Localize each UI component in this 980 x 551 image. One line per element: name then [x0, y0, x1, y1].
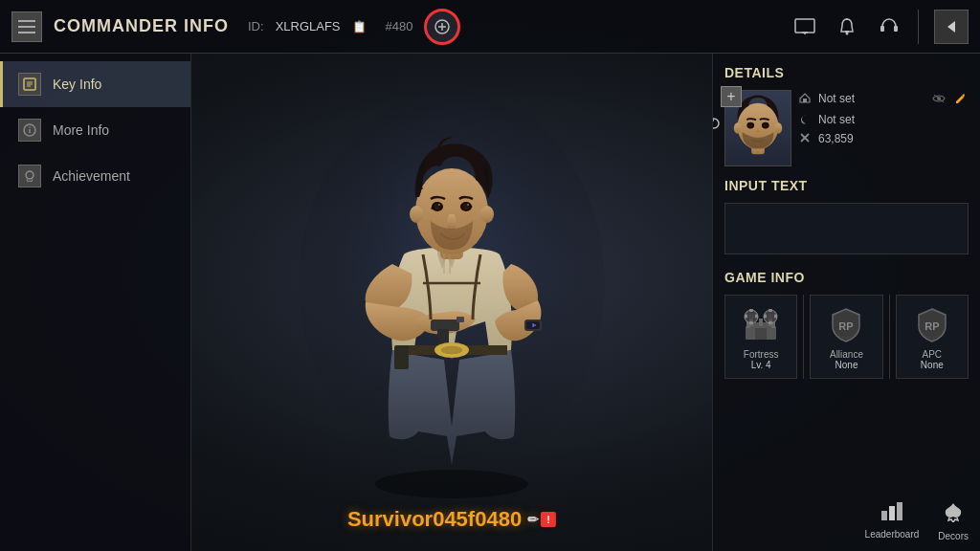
svg-rect-87	[889, 506, 895, 520]
svg-rect-65	[759, 319, 763, 326]
details-row: +	[724, 90, 969, 166]
svg-rect-79	[768, 321, 772, 324]
svg-point-38	[467, 204, 469, 206]
fortress-card-value: Lv. 4	[751, 360, 771, 370]
leaderboard-button[interactable]: Leaderboard	[865, 501, 920, 541]
sidebar: Key Info More Info Achievement	[0, 54, 191, 551]
svg-point-52	[748, 123, 752, 128]
game-info-title: Game Info	[724, 270, 969, 285]
profile-circle-button[interactable]	[424, 9, 460, 45]
headset-icon[interactable]	[876, 13, 902, 40]
svg-rect-63	[770, 326, 776, 340]
game-info-grid: Fortress Lv. 4 RP Alliance	[724, 295, 969, 379]
detail-moon-value: Not set	[818, 113, 855, 126]
alliance-card[interactable]: RP Alliance None	[810, 295, 882, 379]
svg-rect-56	[803, 99, 807, 102]
detail-cross-value: 63,859	[818, 132, 854, 145]
apc-card-value: None	[921, 360, 944, 370]
svg-rect-12	[880, 26, 884, 32]
svg-point-53	[764, 123, 768, 128]
svg-rect-6	[795, 19, 814, 33]
apc-card[interactable]: RP APC None	[896, 295, 969, 379]
svg-point-73	[768, 314, 773, 320]
character-figure	[289, 63, 614, 503]
details-section: Details +	[724, 65, 969, 166]
svg-point-40	[480, 206, 494, 223]
input-text-title: Input Text	[724, 178, 969, 193]
svg-rect-27	[457, 317, 464, 322]
sidebar-item-key-info-label: Key Info	[53, 77, 101, 92]
svg-point-71	[748, 314, 754, 320]
more-info-icon	[18, 119, 41, 142]
svg-point-29	[440, 345, 463, 355]
add-avatar-button[interactable]: +	[721, 86, 742, 107]
sidebar-item-more-info-label: More Info	[53, 122, 109, 138]
svg-rect-77	[755, 315, 758, 319]
sidebar-item-key-info[interactable]: Key Info	[0, 61, 190, 107]
id-value: XLRGLAFS	[276, 19, 341, 33]
svg-rect-1	[18, 26, 35, 28]
svg-point-10	[846, 32, 849, 34]
menu-icon[interactable]	[11, 11, 42, 42]
copy-icon[interactable]: 📋	[352, 20, 367, 33]
name-alert-icon: !	[541, 512, 556, 527]
svg-rect-88	[897, 502, 902, 520]
svg-point-22	[26, 171, 33, 179]
detail-item-house: Not set	[799, 90, 969, 107]
svg-marker-14	[947, 21, 955, 33]
detail-house-value: Not set	[818, 92, 855, 105]
svg-rect-13	[894, 26, 898, 32]
svg-rect-86	[881, 511, 887, 520]
apc-card-name: APC	[923, 349, 943, 360]
leaderboard-label: Leaderboard	[865, 529, 920, 540]
eye-action-icon[interactable]	[930, 90, 947, 107]
svg-rect-67	[755, 328, 767, 340]
decors-button[interactable]: Decors	[938, 501, 969, 541]
name-edit-icon[interactable]: ✏	[527, 512, 539, 527]
rotate-icon[interactable]	[712, 117, 721, 130]
svg-rect-80	[764, 315, 767, 319]
top-bar-right-icons	[791, 10, 969, 44]
fortress-icon	[740, 303, 782, 345]
moon-icon	[799, 113, 813, 126]
character-container	[191, 54, 712, 551]
main-character-area: Survivor045f0480 ✏ !	[191, 54, 712, 551]
svg-rect-81	[774, 315, 777, 319]
svg-rect-74	[749, 309, 753, 312]
fortress-card-name: Fortress	[744, 349, 779, 360]
detail-item-cross: 63,859	[799, 132, 969, 145]
divider	[918, 10, 919, 44]
right-panel: Details +	[712, 54, 980, 551]
sidebar-item-achievement-label: Achievement	[53, 168, 130, 184]
details-info: Not set	[799, 90, 969, 145]
leaderboard-icon	[880, 501, 903, 525]
alliance-card-name: Alliance	[830, 349, 863, 360]
sidebar-item-more-info[interactable]: More Info	[0, 107, 190, 153]
character-name-area: Survivor045f0480 ✏ !	[347, 507, 556, 532]
input-text-section: Input Text	[724, 178, 969, 258]
key-info-icon	[18, 73, 41, 96]
top-bar: COMMANDER INFO ID: XLRGLAFS 📋 #480	[0, 0, 980, 54]
player-hash: #480	[386, 19, 413, 33]
input-text-field[interactable]	[724, 203, 969, 254]
bottom-bar: Leaderboard Decors	[865, 501, 969, 541]
fortress-card[interactable]: Fortress Lv. 4	[724, 295, 797, 379]
cross-icon	[799, 132, 813, 145]
svg-text:RP: RP	[839, 320, 854, 332]
card-divider-2	[889, 295, 890, 379]
house-icon	[799, 92, 813, 105]
apc-icon: RP	[911, 303, 953, 345]
back-button[interactable]	[934, 10, 969, 44]
pencil-action-icon[interactable]	[951, 90, 969, 107]
alliance-card-value: None	[835, 360, 858, 370]
decors-label: Decors	[938, 531, 969, 541]
svg-rect-62	[746, 326, 751, 340]
svg-rect-76	[745, 315, 747, 319]
bell-icon[interactable]	[834, 13, 860, 40]
monitor-icon[interactable]	[791, 13, 818, 40]
id-label: ID:	[248, 19, 264, 33]
sidebar-item-achievement[interactable]: Achievement	[0, 153, 190, 199]
detail-house-actions	[930, 90, 969, 107]
game-info-section: Game Info	[724, 270, 969, 379]
alliance-icon: RP	[825, 303, 867, 345]
